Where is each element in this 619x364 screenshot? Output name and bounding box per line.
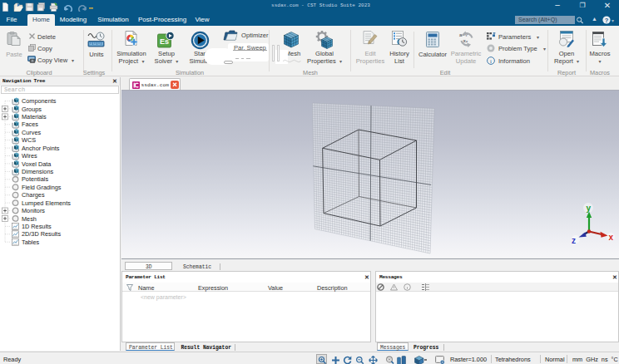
svg-text:z: z <box>572 236 576 245</box>
svg-text:y: y <box>587 204 592 213</box>
svg-text:x: x <box>609 233 614 242</box>
